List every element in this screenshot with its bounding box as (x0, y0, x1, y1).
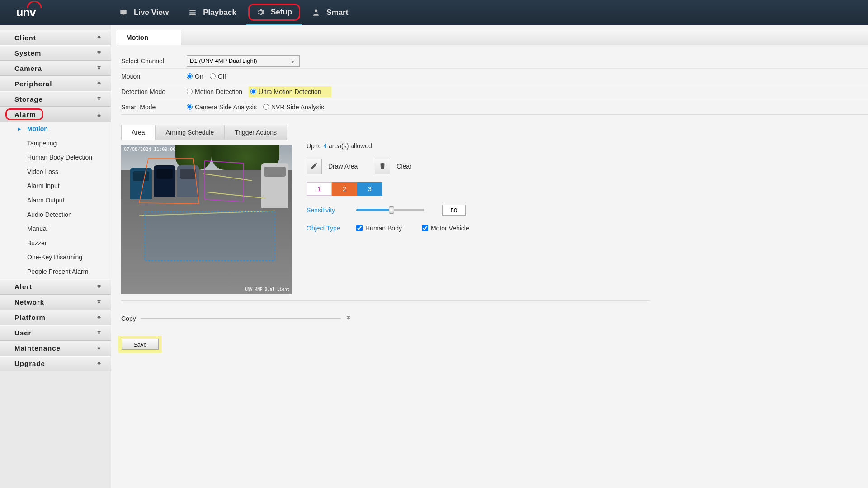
nav-label: Live View (134, 8, 169, 17)
sidebar-sub-alarm-output[interactable]: Alarm Output (0, 193, 111, 208)
slider-thumb[interactable] (389, 206, 394, 214)
sensitivity-input[interactable] (442, 205, 466, 216)
sub-tabs: Area Arming Schedule Trigger Actions (121, 125, 868, 140)
sidebar-item-client[interactable]: Client (0, 30, 111, 45)
area-controls: Up to 4 area(s) allowed Draw Area Clear … (307, 140, 650, 294)
svg-rect-1 (123, 14, 125, 15)
svg-rect-4 (189, 14, 196, 15)
nav-setup[interactable]: Setup (246, 0, 302, 25)
chevron-down-icon (96, 330, 103, 336)
tab-motion[interactable]: Motion (116, 30, 181, 45)
motion-detection-radio[interactable]: Motion Detection (187, 88, 242, 95)
sidebar-submenu-alarm: Motion Tampering Human Body Detection Vi… (0, 122, 111, 279)
pencil-icon (310, 162, 318, 171)
sidebar-item-peripheral[interactable]: Peripheral (0, 76, 111, 91)
ultra-motion-detection-radio[interactable]: Ultra Motion Detection (249, 87, 325, 96)
sidebar-item-system[interactable]: System (0, 45, 111, 61)
motor-vehicle-checkbox[interactable]: Motor Vehicle (422, 225, 469, 232)
svg-point-5 (315, 9, 317, 12)
nav-label: Smart (326, 8, 348, 17)
nav: Live View Playback Setup Smart (109, 0, 358, 25)
chevron-up-icon (96, 111, 103, 117)
nav-live-view[interactable]: Live View (109, 0, 179, 25)
subtab-arming-schedule[interactable]: Arming Schedule (156, 125, 225, 140)
page-tabs: Motion (116, 30, 868, 45)
human-body-checkbox[interactable]: Human Body (356, 225, 402, 232)
svg-marker-6 (139, 159, 199, 204)
camera-preview[interactable]: 07/08/2024 11:09:00 UNV 4MP Dual Light (121, 145, 292, 294)
sidebar-sub-video-loss[interactable]: Video Loss (0, 165, 111, 179)
subtab-area[interactable]: Area (121, 125, 156, 140)
chevron-down-icon (96, 96, 103, 102)
sidebar-item-alert[interactable]: Alert (0, 279, 111, 295)
motion-form: Select Channel D1 (UNV 4MP Dual Light) M… (111, 45, 868, 353)
chevron-down-icon (96, 34, 103, 41)
zone-1[interactable]: 1 (307, 182, 332, 196)
svg-rect-3 (189, 12, 196, 13)
chevron-down-icon (96, 50, 103, 56)
sidebar-sub-manual[interactable]: Manual (0, 222, 111, 236)
person-icon (312, 9, 320, 17)
svg-rect-2 (189, 10, 196, 11)
camera-side-radio[interactable]: Camera Side Analysis (187, 103, 257, 111)
gear-icon (256, 8, 264, 16)
sensitivity-label: Sensitivity (307, 206, 344, 214)
trash-icon (378, 162, 387, 171)
sidebar-item-alarm[interactable]: Alarm (0, 107, 111, 122)
chevron-down-icon (96, 345, 103, 352)
chevron-down-icon (96, 80, 103, 87)
motion-on-radio[interactable]: On (187, 73, 203, 80)
sidebar-sub-alarm-input[interactable]: Alarm Input (0, 179, 111, 193)
object-type-label: Object Type (307, 225, 344, 232)
nav-label: Setup (271, 8, 292, 17)
smart-mode-label: Smart Mode (121, 103, 187, 111)
nav-label: Playback (203, 8, 236, 17)
save-button[interactable]: Save (122, 339, 159, 350)
sidebar-sub-human-body-detection[interactable]: Human Body Detection (0, 150, 111, 165)
sidebar-sub-people-present-alarm[interactable]: People Present Alarm (0, 265, 111, 279)
subtab-trigger-actions[interactable]: Trigger Actions (224, 125, 287, 140)
sidebar-item-user[interactable]: User (0, 325, 111, 341)
motion-off-radio[interactable]: Off (210, 73, 226, 80)
chevron-down-icon (345, 314, 352, 322)
sidebar-item-network[interactable]: Network (0, 295, 111, 310)
sidebar-sub-tampering[interactable]: Tampering (0, 136, 111, 151)
sidebar-item-camera[interactable]: Camera (0, 61, 111, 76)
sensitivity-slider[interactable] (356, 209, 424, 211)
chevron-down-icon (96, 314, 103, 321)
sidebar-item-platform[interactable]: Platform (0, 310, 111, 325)
sidebar-sub-motion[interactable]: Motion (0, 122, 111, 136)
sidebar: Client System Camera Peripheral Storage … (0, 25, 111, 488)
areas-allowed-text: Up to 4 area(s) allowed (307, 142, 650, 150)
sidebar-item-storage[interactable]: Storage (0, 91, 111, 107)
save-highlight: Save (118, 336, 162, 353)
zone-3[interactable]: 3 (357, 182, 382, 196)
copy-section[interactable]: Copy (121, 314, 352, 322)
draw-area-button[interactable] (307, 159, 322, 174)
sidebar-item-maintenance[interactable]: Maintenance (0, 341, 111, 356)
copy-label: Copy (121, 315, 136, 322)
list-icon (189, 9, 197, 17)
clear-button[interactable] (375, 159, 390, 174)
sidebar-sub-audio-detection[interactable]: Audio Detection (0, 208, 111, 222)
chevron-down-icon (96, 65, 103, 71)
zone-2[interactable]: 2 (332, 182, 357, 196)
channel-label: Select Channel (121, 57, 187, 65)
divider (141, 318, 341, 319)
svg-rect-0 (120, 10, 127, 14)
chevron-down-icon (96, 361, 103, 367)
nav-smart[interactable]: Smart (302, 0, 358, 25)
motion-label: Motion (121, 73, 187, 80)
area-panel: 07/08/2024 11:09:00 UNV 4MP Dual Light (121, 140, 650, 301)
brand-logo: unv (10, 5, 42, 20)
sidebar-sub-one-key-disarming[interactable]: One-Key Disarming (0, 250, 111, 265)
top-navbar: unv Live View Playback Setup Smart (0, 0, 868, 25)
nav-playback[interactable]: Playback (179, 0, 246, 25)
nvr-side-radio[interactable]: NVR Side Analysis (263, 103, 324, 111)
draw-area-label: Draw Area (328, 163, 358, 170)
svg-rect-8 (145, 212, 275, 261)
clear-label: Clear (396, 163, 411, 170)
sidebar-sub-buzzer[interactable]: Buzzer (0, 236, 111, 251)
channel-select[interactable]: D1 (UNV 4MP Dual Light) (187, 55, 300, 67)
sidebar-item-upgrade[interactable]: Upgrade (0, 356, 111, 371)
